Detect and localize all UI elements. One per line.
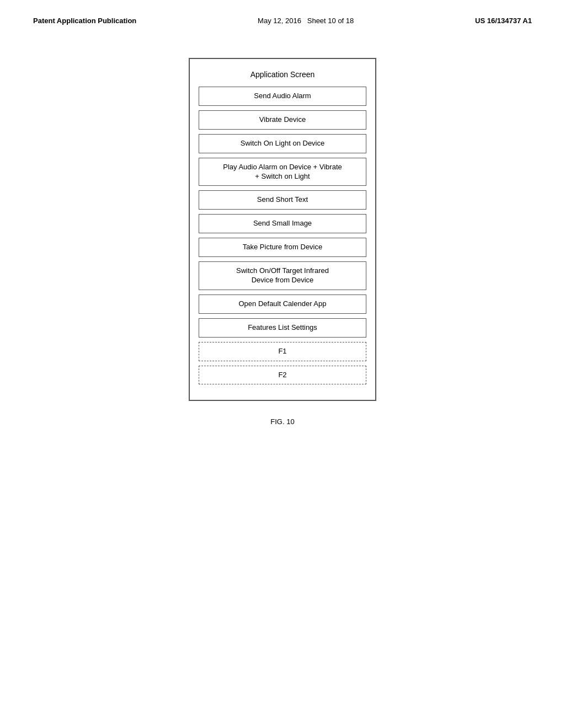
- features-list-settings-button[interactable]: Features List Settings: [199, 318, 366, 338]
- f2-button[interactable]: F2: [199, 366, 366, 385]
- header-date: May 12, 2016: [258, 17, 301, 25]
- play-audio-alarm-button[interactable]: Play Audio Alarm on Device + Vibrate+ Sw…: [199, 158, 366, 186]
- header-center: May 12, 2016 Sheet 10 of 18: [258, 17, 354, 25]
- open-calendar-button[interactable]: Open Default Calender App: [199, 295, 366, 314]
- main-content: Application Screen Send Audio Alarm Vibr…: [0, 36, 565, 426]
- page-header: Patent Application Publication May 12, 2…: [0, 0, 565, 36]
- send-small-image-button[interactable]: Send Small Image: [199, 214, 366, 233]
- f1-button[interactable]: F1: [199, 342, 366, 361]
- send-short-text-button[interactable]: Send Short Text: [199, 190, 366, 210]
- send-audio-alarm-button[interactable]: Send Audio Alarm: [199, 87, 366, 106]
- header-left: Patent Application Publication: [33, 17, 136, 25]
- take-picture-button[interactable]: Take Picture from Device: [199, 238, 366, 257]
- header-right: US 16/134737 A1: [475, 17, 532, 25]
- app-screen-title: Application Screen: [250, 70, 315, 79]
- vibrate-device-button[interactable]: Vibrate Device: [199, 110, 366, 130]
- switch-infrared-button[interactable]: Switch On/Off Target InfraredDevice from…: [199, 261, 366, 290]
- phone-frame: Application Screen Send Audio Alarm Vibr…: [189, 58, 376, 401]
- header-sheet: Sheet 10 of 18: [307, 17, 354, 25]
- figure-label: FIG. 10: [270, 417, 294, 426]
- switch-on-light-button[interactable]: Switch On Light on Device: [199, 134, 366, 153]
